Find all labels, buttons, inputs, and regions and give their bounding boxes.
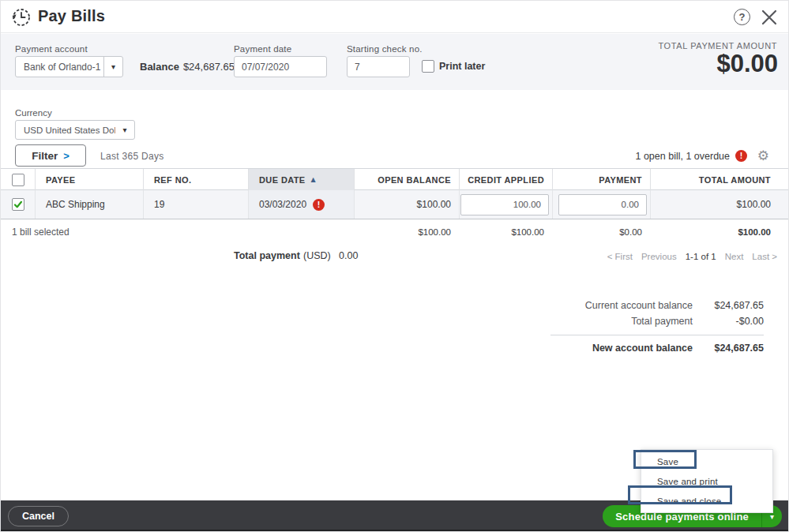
sort-asc-icon: ▲ — [311, 176, 317, 183]
currency-value: USD United States Dollar — [16, 126, 115, 135]
summary-open-balance: $100.00 — [354, 223, 459, 242]
col-credit-applied[interactable]: CREDIT APPLIED — [459, 169, 552, 190]
new-balance-row: New account balance $24,687.65 — [535, 340, 764, 356]
menu-item-save-and-print[interactable]: Save and print — [641, 471, 772, 491]
col-due-date[interactable]: DUE DATE ▲ — [248, 169, 354, 190]
payment-input[interactable] — [558, 194, 647, 215]
currency-select[interactable]: USD United States Dollar ▾ — [15, 120, 135, 140]
new-balance-label: New account balance — [543, 343, 693, 354]
filter-button[interactable]: Filter > — [15, 144, 86, 167]
col-open-balance[interactable]: OPEN BALANCE — [354, 169, 459, 190]
summary-payment: $0.00 — [552, 223, 650, 242]
cancel-button[interactable]: Cancel — [8, 506, 69, 526]
row-payment-cell — [552, 190, 650, 219]
account-summary: Current account balance $24,687.65 Total… — [535, 298, 764, 356]
print-later-checkbox[interactable] — [422, 60, 434, 73]
col-payee[interactable]: PAYEE — [35, 169, 143, 190]
pagination: < First Previous 1-1 of 1 Next Last > — [607, 252, 777, 261]
total-payment-amount-value: $0.00 — [716, 50, 778, 78]
total-payment-currency: (USD) — [303, 250, 331, 261]
credit-applied-input[interactable] — [460, 194, 549, 215]
pagination-range: 1-1 of 1 — [686, 252, 716, 261]
help-icon[interactable]: ? — [734, 9, 750, 25]
payment-account-value: Bank of Orlando-1 — [16, 62, 103, 73]
payment-date-label: Payment date — [234, 44, 291, 54]
current-balance-value: $24,687.65 — [693, 300, 764, 311]
current-balance-label: Current account balance — [543, 300, 693, 311]
page-title: Pay Bills — [38, 7, 105, 25]
payment-account-select[interactable]: Bank of Orlando-1 ▾ — [15, 56, 123, 77]
menu-item-save-and-close[interactable]: Save and close — [641, 491, 772, 511]
row-payee: ABC Shipping — [35, 190, 143, 219]
currency-label: Currency — [15, 108, 52, 118]
balance-amount: $24,687.65 — [183, 61, 235, 73]
pagination-previous[interactable]: Previous — [641, 252, 677, 261]
dialog-header: Pay Bills ? — [1, 1, 788, 33]
row-open-balance: $100.00 — [354, 190, 459, 219]
row-total-amount: $100.00 — [650, 190, 789, 219]
current-balance-row: Current account balance $24,687.65 — [535, 298, 764, 313]
table-summary-row: 1 bill selected $100.00 $100.00 $0.00 $1… — [1, 223, 789, 242]
starting-check-label: Starting check no. — [347, 44, 423, 54]
overdue-alert-icon: ! — [313, 199, 325, 211]
chevron-down-icon: ▾ — [103, 57, 122, 77]
col-total-amount[interactable]: TOTAL AMOUNT — [650, 169, 789, 190]
pagination-last[interactable]: Last > — [752, 252, 777, 261]
bills-selected-text: 1 bill selected — [1, 223, 354, 242]
starting-check-wrap — [347, 56, 410, 77]
overdue-alert-icon: ! — [735, 150, 747, 162]
check-icon — [13, 200, 23, 209]
total-payment-label: Total payment — [234, 250, 300, 261]
starting-check-input[interactable] — [347, 56, 410, 77]
bills-status: 1 open bill, 1 overdue ! — [635, 150, 747, 162]
chevron-right-icon: > — [63, 150, 70, 162]
row-due-date: 03/03/2020 ! — [248, 190, 354, 219]
account-balance: Balance$24,687.65 — [140, 61, 235, 73]
bills-status-text: 1 open bill, 1 overdue — [635, 151, 730, 162]
menu-item-save[interactable]: Save — [641, 451, 772, 471]
close-icon[interactable] — [760, 8, 779, 27]
row-ref-no: 19 — [143, 190, 248, 219]
divider — [550, 335, 764, 335]
select-all-checkbox[interactable] — [12, 174, 24, 186]
table-row: ABC Shipping 19 03/03/2020 ! $100.00 $10… — [1, 190, 789, 219]
gear-icon[interactable]: ⚙ — [757, 148, 769, 163]
payment-date-input[interactable] — [234, 56, 327, 77]
row-checkbox-checked[interactable] — [12, 198, 24, 211]
total-payment-value: 0.00 — [339, 250, 358, 261]
row-select-cell — [1, 190, 35, 219]
date-range-text: Last 365 Days — [100, 151, 164, 162]
payment-date-wrap — [234, 56, 327, 77]
pagination-next[interactable]: Next — [725, 252, 744, 261]
total-payment-summary-row: Total payment -$0.00 — [535, 313, 764, 329]
col-ref-no[interactable]: REF NO. — [143, 169, 248, 190]
summary-total-amount: $100.00 — [650, 223, 789, 242]
pagination-first[interactable]: < First — [607, 252, 633, 261]
col-payment[interactable]: PAYMENT — [552, 169, 650, 190]
table-header: PAYEE REF NO. DUE DATE ▲ OPEN BALANCE CR… — [1, 168, 789, 190]
select-all-cell — [1, 169, 35, 190]
summary-credit-applied: $100.00 — [459, 223, 552, 242]
filter-button-label: Filter — [32, 150, 58, 162]
chevron-down-icon: ▾ — [115, 121, 134, 139]
row-credit-cell — [459, 190, 552, 219]
new-balance-value: $24,687.65 — [693, 343, 764, 354]
print-later-option[interactable]: Print later — [422, 60, 485, 73]
payment-account-label: Payment account — [15, 44, 88, 54]
total-payment-summary-value: -$0.00 — [693, 316, 764, 327]
total-payment-summary-label: Total payment — [543, 316, 693, 327]
pay-bills-dialog: Pay Bills ? Payment account Payment date… — [0, 0, 789, 532]
balance-label: Balance — [140, 61, 179, 73]
save-menu: Save Save and print Save and close — [641, 449, 773, 513]
print-later-label: Print later — [439, 61, 485, 72]
pay-bills-icon — [11, 7, 32, 28]
